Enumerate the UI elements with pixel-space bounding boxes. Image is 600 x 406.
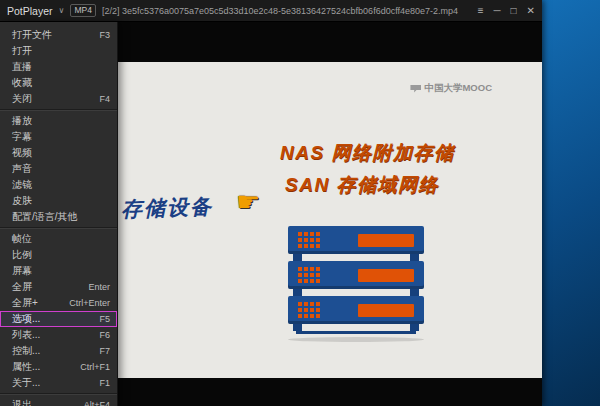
menu-separator — [0, 227, 117, 229]
menu-item-label: 视频 — [12, 146, 32, 160]
menu-item-label: 全屏 — [12, 280, 32, 294]
menu-item-label: 打开 — [12, 44, 32, 58]
menu-item-label: 直播 — [12, 60, 32, 74]
menu-item[interactable]: 退出Alt+F4 — [0, 397, 117, 406]
potplayer-window: PotPlayer ∨ MP4 [2/2] 3e5fc5376a0075a7e0… — [0, 0, 542, 406]
menu-item[interactable]: 列表...F6 — [0, 327, 117, 343]
mooc-logo-icon — [410, 85, 421, 93]
mooc-watermark: 中国大学MOOC — [410, 82, 492, 95]
menu-item-label: 全屏+ — [12, 296, 38, 310]
filename-text: [2/2] 3e5fc5376a0075a7e05c5d33d10e2c48-5… — [102, 6, 472, 16]
menu-item[interactable]: 滤镜 — [0, 177, 117, 193]
menu-item-label: 属性... — [12, 360, 40, 374]
context-menu: 打开文件F3打开直播收藏关闭F4播放字幕视频声音滤镜皮肤配置/语言/其他帧位比例… — [0, 22, 118, 406]
menu-item-label: 声音 — [12, 162, 32, 176]
server-base — [296, 331, 416, 334]
menu-item-shortcut: Alt+F4 — [84, 400, 110, 406]
server-bay — [358, 269, 414, 282]
menu-item[interactable]: 关于...F1 — [0, 375, 117, 391]
menu-item[interactable]: 直播 — [0, 59, 117, 75]
menu-separator — [0, 109, 117, 111]
minimize-icon[interactable]: ─ — [493, 5, 500, 16]
menu-item-label: 字幕 — [12, 130, 32, 144]
menu-separator — [0, 393, 117, 395]
menu-item-shortcut: F5 — [99, 314, 110, 324]
menu-item[interactable]: 屏幕 — [0, 263, 117, 279]
menu-item-label: 播放 — [12, 114, 32, 128]
menu-item[interactable]: 比例 — [0, 247, 117, 263]
server-vents — [298, 302, 320, 318]
menu-item-label: 滤镜 — [12, 178, 32, 192]
caption-line-1: NAS 网络附加存储 — [280, 140, 454, 166]
menu-item[interactable]: 收藏 — [0, 75, 117, 91]
menu-item-label: 关于... — [12, 376, 40, 390]
menu-item[interactable]: 打开 — [0, 43, 117, 59]
menu-item-shortcut: Ctrl+Enter — [69, 298, 110, 308]
menu-item[interactable]: 视频 — [0, 145, 117, 161]
close-icon[interactable]: ✕ — [527, 5, 535, 16]
app-title[interactable]: PotPlayer — [7, 5, 53, 17]
menu-item[interactable]: 字幕 — [0, 129, 117, 145]
menu-item-label: 打开文件 — [12, 28, 52, 42]
menu-item-shortcut: Ctrl+F1 — [80, 362, 110, 372]
menu-item-label: 列表... — [12, 328, 40, 342]
titlebar[interactable]: PotPlayer ∨ MP4 [2/2] 3e5fc5376a0075a7e0… — [0, 0, 542, 22]
menu-item-shortcut: F3 — [99, 30, 110, 40]
menu-item-label: 配置/语言/其他 — [12, 210, 78, 224]
caption-line-2: SAN 存储域网络 — [285, 172, 439, 198]
menu-item[interactable]: 配置/语言/其他 — [0, 209, 117, 225]
menu-item[interactable]: 打开文件F3 — [0, 27, 117, 43]
menu-item-shortcut: Enter — [88, 282, 110, 292]
menu-item-shortcut: F6 — [99, 330, 110, 340]
menu-item-label: 控制... — [12, 344, 40, 358]
menu-item-label: 关闭 — [12, 92, 32, 106]
menu-item[interactable]: 属性...Ctrl+F1 — [0, 359, 117, 375]
server-vents — [298, 267, 320, 283]
server-shadow — [288, 337, 424, 342]
menu-item-label: 选项... — [12, 312, 40, 326]
mooc-watermark-text: 中国大学MOOC — [424, 82, 492, 95]
menu-item[interactable]: 播放 — [0, 113, 117, 129]
server-unit — [288, 296, 424, 324]
menu-item-shortcut: F1 — [99, 378, 110, 388]
maximize-icon[interactable]: □ — [511, 5, 517, 16]
menu-item-label: 收藏 — [12, 76, 32, 90]
menu-item-shortcut: F7 — [99, 346, 110, 356]
menu-item-label: 比例 — [12, 248, 32, 262]
menu-item-label: 退出 — [12, 398, 32, 406]
device-label: 存储设备 — [121, 192, 214, 223]
menu-item-label: 皮肤 — [12, 194, 32, 208]
server-vents — [298, 232, 320, 248]
menu-item-label: 帧位 — [12, 232, 32, 246]
menu-icon[interactable]: ≡ — [478, 5, 484, 16]
server-unit — [288, 226, 424, 254]
server-unit — [288, 261, 424, 289]
menu-item[interactable]: 皮肤 — [0, 193, 117, 209]
menu-item[interactable]: 全屏Enter — [0, 279, 117, 295]
menu-item[interactable]: 全屏+Ctrl+Enter — [0, 295, 117, 311]
menu-item[interactable]: 控制...F7 — [0, 343, 117, 359]
menu-item-label: 屏幕 — [12, 264, 32, 278]
server-bay — [358, 234, 414, 247]
menu-item[interactable]: 关闭F4 — [0, 91, 117, 107]
chevron-down-icon[interactable]: ∨ — [59, 6, 65, 15]
format-badge: MP4 — [70, 4, 95, 17]
pointing-hand-icon: ☛ — [236, 186, 260, 218]
server-bay — [358, 304, 414, 317]
menu-item-shortcut: F4 — [99, 94, 110, 104]
menu-item[interactable]: 声音 — [0, 161, 117, 177]
menu-item[interactable]: 选项...F5 — [0, 311, 117, 327]
menu-item[interactable]: 帧位 — [0, 231, 117, 247]
server-illustration — [288, 226, 424, 342]
